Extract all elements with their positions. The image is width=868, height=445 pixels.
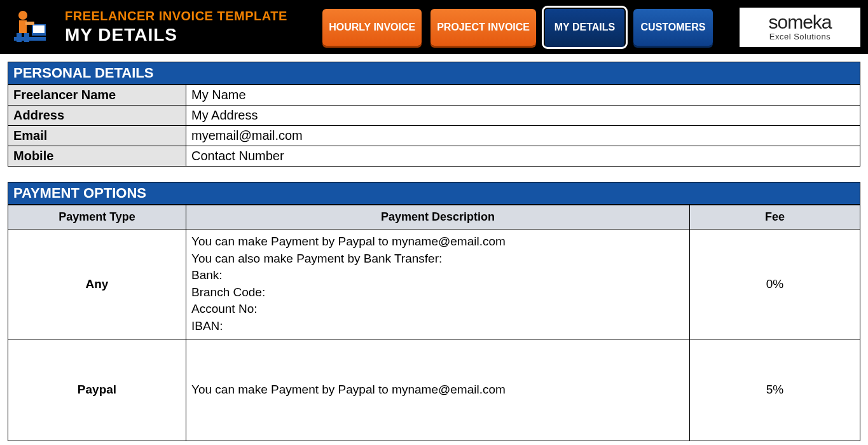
- svg-rect-2: [33, 25, 45, 33]
- tab-hourly-invoice[interactable]: HOURLY INVOICE: [322, 9, 422, 46]
- value-mobile[interactable]: Contact Number: [186, 146, 860, 167]
- header-titles: FREELANCER INVOICE TEMPLATE MY DETAILS: [65, 9, 287, 45]
- table-row: Any You can make Payment by Paypal to my…: [8, 229, 860, 339]
- brand-tagline: Excel Solutions: [769, 32, 830, 41]
- header-fee: Fee: [690, 205, 860, 229]
- brand-logo: someka Excel Solutions: [740, 8, 860, 47]
- header-payment-desc: Payment Description: [186, 205, 690, 229]
- svg-rect-7: [25, 22, 34, 25]
- page-title: MY DETAILS: [65, 25, 287, 45]
- section-payment-options: PAYMENT OPTIONS: [8, 182, 860, 205]
- label-address: Address: [8, 106, 186, 126]
- svg-rect-6: [24, 33, 29, 42]
- label-freelancer-name: Freelancer Name: [8, 85, 186, 106]
- cell-payment-desc[interactable]: You can make Payment by Paypal to myname…: [186, 339, 690, 441]
- tab-my-details[interactable]: MY DETAILS: [545, 9, 624, 46]
- freelancer-icon: [8, 5, 52, 50]
- table-row: Address My Address: [8, 106, 860, 126]
- label-email: Email: [8, 126, 186, 146]
- personal-details-table: Freelancer Name My Name Address My Addre…: [8, 85, 860, 167]
- section-personal-details: PERSONAL DETAILS: [8, 62, 860, 85]
- table-row: Email myemail@mail.com: [8, 126, 860, 146]
- cell-payment-type[interactable]: Any: [8, 229, 186, 339]
- header-payment-type: Payment Type: [8, 205, 186, 229]
- cell-payment-desc[interactable]: You can make Payment by Paypal to myname…: [186, 229, 690, 339]
- value-email[interactable]: myemail@mail.com: [186, 126, 860, 146]
- value-freelancer-name[interactable]: My Name: [186, 85, 860, 106]
- content-area: PERSONAL DETAILS Freelancer Name My Name…: [0, 54, 868, 445]
- tab-customers[interactable]: CUSTOMERS: [633, 9, 713, 46]
- value-address[interactable]: My Address: [186, 106, 860, 126]
- tab-project-invoice[interactable]: PROJECT INVOICE: [431, 9, 536, 46]
- label-mobile: Mobile: [8, 146, 186, 167]
- template-title: FREELANCER INVOICE TEMPLATE: [65, 9, 287, 24]
- table-row: Paypal You can make Payment by Paypal to…: [8, 339, 860, 441]
- svg-rect-5: [17, 33, 22, 42]
- cell-fee[interactable]: 5%: [690, 339, 860, 441]
- table-row: Freelancer Name My Name: [8, 85, 860, 106]
- header-bar: FREELANCER INVOICE TEMPLATE MY DETAILS H…: [0, 0, 868, 54]
- cell-fee[interactable]: 0%: [690, 229, 860, 339]
- table-row: Mobile Contact Number: [8, 146, 860, 167]
- brand-name: someka: [768, 13, 831, 32]
- svg-point-3: [18, 11, 27, 20]
- payment-options-table: Payment Type Payment Description Fee Any…: [8, 205, 860, 441]
- table-header-row: Payment Type Payment Description Fee: [8, 205, 860, 229]
- nav-tabs: HOURLY INVOICE PROJECT INVOICE MY DETAIL…: [322, 8, 860, 47]
- cell-payment-type[interactable]: Paypal: [8, 339, 186, 441]
